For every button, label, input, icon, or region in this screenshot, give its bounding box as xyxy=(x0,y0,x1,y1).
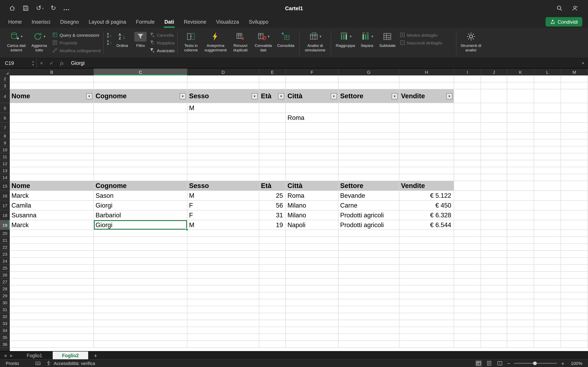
cell-C18[interactable]: Barbariol xyxy=(94,210,187,220)
cell-M31[interactable] xyxy=(561,306,588,313)
cell-G4[interactable]: Settore▼ xyxy=(338,89,399,103)
cell-L30[interactable] xyxy=(534,299,561,306)
cell-K11[interactable] xyxy=(507,153,534,160)
carica-dati-button[interactable]: ▾ Carica dati esterni xyxy=(4,30,29,52)
cell-M27[interactable] xyxy=(561,278,588,285)
cell-D2[interactable] xyxy=(187,75,259,82)
cell-J33[interactable] xyxy=(481,320,507,327)
zoom-slider[interactable] xyxy=(514,363,557,364)
cell-B9[interactable] xyxy=(10,140,94,146)
cell-C34[interactable] xyxy=(94,327,187,334)
cell-E26[interactable] xyxy=(259,272,286,278)
cell-E15[interactable]: Età xyxy=(259,181,286,191)
cell-B3[interactable] xyxy=(10,82,94,89)
row-header-12[interactable]: 12 xyxy=(0,160,10,167)
row-header-15[interactable]: 15 xyxy=(0,181,10,191)
cell-M4[interactable] xyxy=(561,89,588,103)
cell-B2[interactable] xyxy=(10,75,94,82)
cell-L18[interactable] xyxy=(534,210,561,220)
cell-J28[interactable] xyxy=(481,285,507,292)
cell-F15[interactable]: Città xyxy=(286,181,338,191)
sort-za-button[interactable]: ZA↓ xyxy=(106,40,113,45)
cell-J30[interactable] xyxy=(481,299,507,306)
subtotale-button[interactable]: Subtotale xyxy=(377,30,398,48)
cell-F18[interactable]: Milano xyxy=(286,210,338,220)
cell-F29[interactable] xyxy=(286,292,338,299)
cell-J2[interactable] xyxy=(481,75,507,82)
avanzato-button[interactable]: Avanzato xyxy=(149,47,174,53)
cell-H22[interactable] xyxy=(399,244,454,251)
cell-L24[interactable] xyxy=(534,258,561,265)
cell-K34[interactable] xyxy=(507,327,534,334)
cell-D6[interactable] xyxy=(187,113,259,123)
modifica-collegamenti-button[interactable]: Modifica collegamenti xyxy=(52,47,101,53)
cell-H14[interactable] xyxy=(399,174,454,181)
cell-C3[interactable] xyxy=(94,82,187,89)
cell-E7[interactable] xyxy=(259,123,286,133)
cell-C13[interactable] xyxy=(94,167,187,174)
cell-C33[interactable] xyxy=(94,320,187,327)
cell-I18[interactable] xyxy=(454,210,481,220)
cell-J26[interactable] xyxy=(481,272,507,278)
cell-G22[interactable] xyxy=(338,244,399,251)
cell-K22[interactable] xyxy=(507,244,534,251)
cell-E10[interactable] xyxy=(259,146,286,153)
cell-J5[interactable] xyxy=(481,103,507,113)
row-header-18[interactable]: 18 xyxy=(0,210,10,220)
row-header-9[interactable]: 9 xyxy=(0,140,10,146)
cell-H18[interactable]: € 6.328 xyxy=(399,210,454,220)
cell-H26[interactable] xyxy=(399,272,454,278)
name-box[interactable]: C19 ▲▼ xyxy=(0,58,37,68)
cell-K14[interactable] xyxy=(507,174,534,181)
cell-G13[interactable] xyxy=(338,167,399,174)
cell-E29[interactable] xyxy=(259,292,286,299)
cell-K29[interactable] xyxy=(507,292,534,299)
cell-E17[interactable]: 56 xyxy=(259,201,286,210)
cell-E11[interactable] xyxy=(259,153,286,160)
cell-M28[interactable] xyxy=(561,285,588,292)
cell-C22[interactable] xyxy=(94,244,187,251)
row-header-7[interactable]: 7 xyxy=(0,123,10,133)
cell-C2[interactable] xyxy=(94,75,187,82)
cell-L20[interactable] xyxy=(534,230,561,237)
cell-E14[interactable] xyxy=(259,174,286,181)
cell-B16[interactable]: Marck xyxy=(10,191,94,201)
cell-J22[interactable] xyxy=(481,244,507,251)
cell-D30[interactable] xyxy=(187,299,259,306)
cell-K9[interactable] xyxy=(507,140,534,146)
cell-I28[interactable] xyxy=(454,285,481,292)
tab-disegno[interactable]: Disegno xyxy=(55,16,84,28)
cell-I33[interactable] xyxy=(454,320,481,327)
cell-H28[interactable] xyxy=(399,285,454,292)
cell-C14[interactable] xyxy=(94,174,187,181)
cell-E35[interactable] xyxy=(259,334,286,341)
proprieta-button[interactable]: Proprietà xyxy=(52,40,101,46)
cell-L21[interactable] xyxy=(534,237,561,244)
cell-E13[interactable] xyxy=(259,167,286,174)
cell-F8[interactable] xyxy=(286,133,338,140)
cell-I8[interactable] xyxy=(454,133,481,140)
cell-I10[interactable] xyxy=(454,146,481,153)
row-header-11[interactable]: 11 xyxy=(0,153,10,160)
cell-C15[interactable]: Cognome xyxy=(94,181,187,191)
cell-G18[interactable]: Prodotti agricoli xyxy=(338,210,399,220)
cell-I34[interactable] xyxy=(454,327,481,334)
cell-G35[interactable] xyxy=(338,334,399,341)
cell-J29[interactable] xyxy=(481,292,507,299)
row-header-21[interactable]: 21 xyxy=(0,237,10,244)
cell-G28[interactable] xyxy=(338,285,399,292)
cell-D22[interactable] xyxy=(187,244,259,251)
cell-D14[interactable] xyxy=(187,174,259,181)
cell-K25[interactable] xyxy=(507,265,534,272)
cell-C6[interactable] xyxy=(94,113,187,123)
cell-E21[interactable] xyxy=(259,237,286,244)
cell-E23[interactable] xyxy=(259,251,286,258)
cell-F20[interactable] xyxy=(286,230,338,237)
cell-M32[interactable] xyxy=(561,313,588,320)
cell-C26[interactable] xyxy=(94,272,187,278)
cell-E33[interactable] xyxy=(259,320,286,327)
row-header-27[interactable]: 27 xyxy=(0,278,10,285)
cell-C30[interactable] xyxy=(94,299,187,306)
cell-K5[interactable] xyxy=(507,103,534,113)
cell-D20[interactable] xyxy=(187,230,259,237)
